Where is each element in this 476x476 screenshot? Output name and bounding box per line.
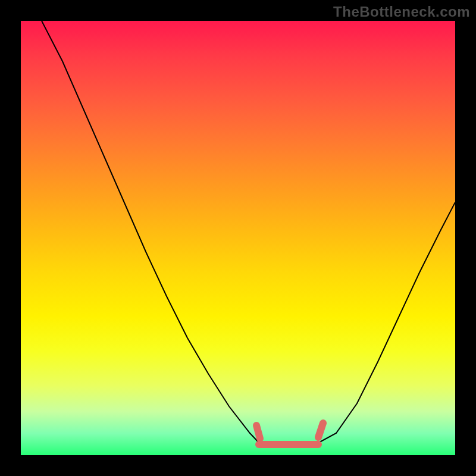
valley-flat-segment: [256, 423, 323, 444]
bottleneck-curve: [42, 21, 455, 445]
curve-svg: [21, 21, 455, 455]
plot-area: [21, 21, 455, 455]
valley-flat-cap-right: [318, 423, 323, 437]
valley-flat-cap-left: [256, 425, 260, 439]
watermark-text: TheBottleneck.com: [333, 4, 470, 20]
chart-frame: TheBottleneck.com: [0, 0, 476, 476]
